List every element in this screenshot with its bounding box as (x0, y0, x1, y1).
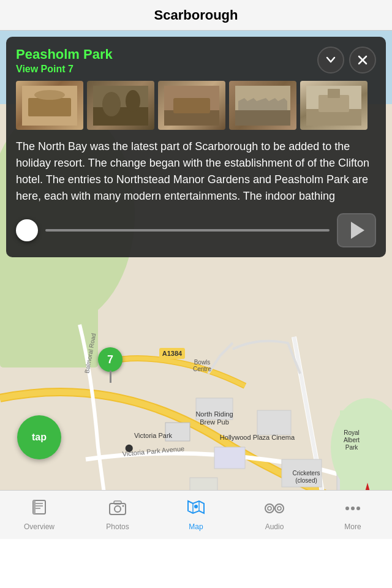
svg-point-40 (34, 90, 65, 100)
audio-icon (263, 499, 285, 520)
audio-controls (16, 213, 376, 247)
tab-map-label: Map (189, 522, 203, 531)
panel-header: Peasholm Park View Point 7 (16, 47, 376, 75)
map-marker-7[interactable]: 7 (98, 347, 123, 383)
book-icon (31, 499, 48, 520)
photo-strip (16, 81, 376, 130)
photo-thumb-4[interactable] (229, 81, 296, 130)
tap-label: tap (32, 432, 47, 443)
map-area: Victoria Park Avenue Woodall Avenue Nort… (0, 31, 392, 539)
svg-point-70 (277, 507, 281, 510)
info-panel: Peasholm Park View Point 7 (6, 37, 386, 257)
photo-thumb-2[interactable] (87, 81, 154, 130)
svg-text:Centre: Centre (193, 366, 211, 372)
svg-rect-39 (28, 98, 71, 116)
svg-text:Victoria Park: Victoria Park (134, 432, 173, 439)
svg-point-66 (194, 505, 198, 508)
collapse-button[interactable] (317, 47, 344, 74)
tab-map[interactable]: Map (157, 494, 235, 536)
svg-rect-49 (235, 110, 290, 126)
svg-point-73 (356, 507, 360, 510)
svg-rect-8 (214, 447, 245, 469)
svg-point-68 (275, 504, 284, 513)
svg-point-62 (123, 505, 124, 507)
tab-overview-label: Overview (24, 522, 55, 531)
svg-point-43 (102, 92, 121, 116)
tab-photos[interactable]: Photos (78, 494, 157, 536)
audio-scrubber-knob[interactable] (16, 219, 38, 241)
panel-subtitle: View Point 7 (16, 64, 113, 75)
tab-bar: Overview Photos Map Audio More (0, 490, 392, 539)
tab-audio-label: Audio (265, 522, 284, 531)
svg-text:Bowls: Bowls (194, 359, 211, 366)
svg-text:A1384: A1384 (162, 350, 183, 357)
svg-rect-58 (33, 500, 36, 514)
photo-thumb-3[interactable] (158, 81, 225, 130)
svg-rect-42 (93, 107, 148, 126)
audio-track[interactable] (45, 229, 330, 232)
tap-button[interactable]: tap (17, 415, 61, 459)
photo-thumb-5[interactable] (300, 81, 368, 130)
svg-text:Albert: Albert (344, 437, 360, 443)
svg-point-60 (115, 506, 121, 512)
panel-title-block: Peasholm Park View Point 7 (16, 47, 113, 75)
marker-pin (110, 371, 111, 383)
svg-text:Brew Pub: Brew Pub (200, 418, 229, 426)
more-icon (344, 499, 362, 520)
svg-text:Cricketers: Cricketers (292, 470, 320, 477)
svg-text:Hollywood Plaza Cinema: Hollywood Plaza Cinema (220, 434, 295, 441)
panel-controls (317, 47, 376, 74)
close-button[interactable] (349, 47, 376, 74)
camera-icon (108, 499, 127, 520)
play-button[interactable] (337, 213, 376, 247)
page-title: Scarborough (154, 7, 238, 23)
svg-rect-5 (257, 410, 291, 435)
tab-audio[interactable]: Audio (235, 494, 314, 536)
svg-text:North Riding: North Riding (195, 410, 233, 418)
svg-text:⬤: ⬤ (125, 443, 133, 452)
svg-point-71 (345, 507, 349, 510)
tab-more[interactable]: More (314, 494, 392, 536)
tab-overview[interactable]: Overview (0, 494, 78, 536)
tab-photos-label: Photos (106, 522, 129, 531)
panel-description: The North Bay was the latest part of Sca… (16, 138, 376, 205)
svg-text:Park: Park (345, 444, 359, 451)
svg-point-67 (265, 504, 274, 513)
svg-point-72 (351, 507, 355, 510)
photo-thumb-1[interactable] (16, 81, 83, 130)
svg-text:(closed): (closed) (295, 477, 317, 484)
map-icon (187, 499, 205, 520)
svg-text:Royal: Royal (344, 429, 360, 436)
marker-number: 7 (98, 347, 123, 372)
svg-rect-61 (114, 501, 121, 504)
svg-rect-47 (173, 98, 210, 113)
panel-title: Peasholm Park (16, 47, 113, 62)
svg-point-69 (268, 507, 271, 510)
svg-rect-53 (328, 89, 340, 98)
svg-point-44 (126, 90, 140, 112)
tab-more-label: More (344, 522, 361, 531)
play-icon (351, 222, 364, 239)
